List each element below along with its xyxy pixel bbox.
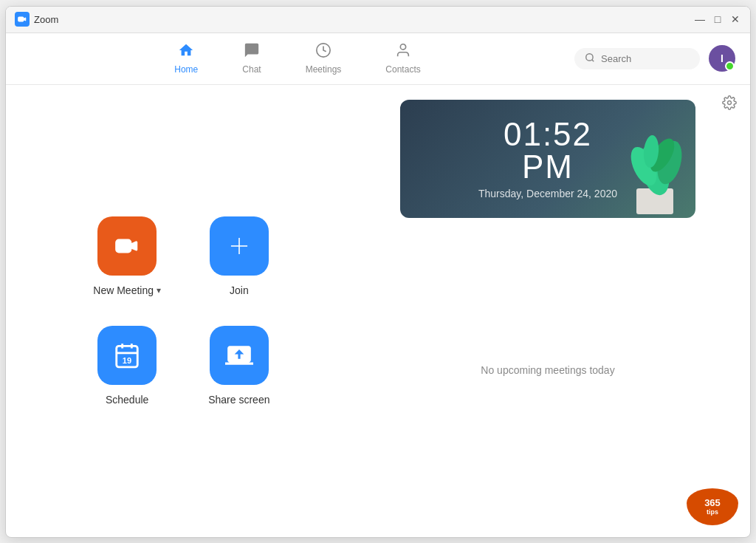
app-title: Zoom bbox=[34, 14, 58, 25]
search-icon bbox=[585, 52, 595, 65]
share-screen-item[interactable]: Share screen bbox=[205, 326, 273, 406]
new-meeting-button[interactable] bbox=[97, 216, 157, 276]
svg-text:19: 19 bbox=[123, 356, 131, 365]
new-meeting-label: New Meeting ▾ bbox=[93, 284, 161, 296]
join-item[interactable]: Join bbox=[205, 216, 273, 296]
chat-icon bbox=[244, 42, 260, 62]
share-screen-label: Share screen bbox=[208, 394, 269, 406]
clock-time: 01:52 PM bbox=[474, 118, 622, 183]
navbar: Home Chat Meetings bbox=[6, 33, 750, 85]
clock-card: 01:52 PM Thursday, December 24, 2020 bbox=[400, 100, 695, 218]
schedule-button[interactable]: 19 bbox=[97, 326, 157, 385]
share-screen-button[interactable] bbox=[210, 326, 269, 385]
titlebar: Zoom — □ ✕ bbox=[6, 7, 750, 33]
schedule-label: Schedule bbox=[106, 394, 148, 406]
tab-home[interactable]: Home bbox=[163, 38, 209, 78]
main-content: New Meeting ▾ Join bbox=[6, 85, 750, 537]
maximize-button[interactable]: □ bbox=[712, 13, 724, 25]
clock-date: Thursday, December 24, 2020 bbox=[474, 188, 622, 199]
minimize-button[interactable]: — bbox=[694, 13, 706, 25]
action-grid: New Meeting ▾ Join bbox=[78, 202, 287, 420]
contacts-icon bbox=[395, 42, 411, 62]
svg-line-3 bbox=[592, 59, 594, 61]
no-meetings-text: No upcoming meetings today bbox=[481, 364, 614, 376]
brand-number: 365 bbox=[704, 497, 721, 508]
svg-point-4 bbox=[728, 100, 732, 104]
join-label: Join bbox=[230, 284, 249, 296]
search-input[interactable] bbox=[601, 53, 690, 64]
left-panel: New Meeting ▾ Join bbox=[6, 85, 360, 537]
svg-point-2 bbox=[586, 53, 593, 60]
tab-meetings[interactable]: Meetings bbox=[295, 38, 353, 78]
tab-chat-label: Chat bbox=[242, 64, 261, 75]
home-icon bbox=[178, 42, 194, 62]
user-avatar[interactable]: I bbox=[709, 45, 735, 72]
zoom-logo-icon bbox=[15, 12, 30, 27]
search-bar[interactable] bbox=[574, 48, 700, 69]
nav-tabs: Home Chat Meetings bbox=[21, 38, 574, 78]
svg-point-1 bbox=[400, 44, 405, 49]
app-logo: Zoom bbox=[15, 12, 58, 27]
brand-suffix: tips bbox=[707, 508, 718, 516]
settings-icon[interactable] bbox=[722, 95, 737, 114]
meetings-icon bbox=[315, 42, 331, 62]
tab-meetings-label: Meetings bbox=[306, 64, 342, 75]
right-panel: 01:52 PM Thursday, December 24, 2020 No … bbox=[360, 85, 750, 537]
clock-content: 01:52 PM Thursday, December 24, 2020 bbox=[474, 118, 622, 199]
schedule-item[interactable]: 19 Schedule bbox=[93, 326, 161, 406]
avatar-initials: I bbox=[721, 52, 724, 64]
app-window: Zoom — □ ✕ Home bbox=[5, 6, 751, 538]
upcoming-section: No upcoming meetings today bbox=[481, 218, 614, 522]
window-controls: — □ ✕ bbox=[694, 13, 741, 25]
close-button[interactable]: ✕ bbox=[729, 13, 741, 25]
tab-contacts[interactable]: Contacts bbox=[374, 38, 431, 78]
new-meeting-chevron: ▾ bbox=[157, 285, 161, 296]
tab-contacts-label: Contacts bbox=[385, 64, 420, 75]
join-button[interactable] bbox=[210, 216, 269, 276]
tab-chat[interactable]: Chat bbox=[231, 38, 272, 78]
tab-home-label: Home bbox=[174, 64, 198, 75]
new-meeting-item[interactable]: New Meeting ▾ bbox=[93, 216, 161, 296]
